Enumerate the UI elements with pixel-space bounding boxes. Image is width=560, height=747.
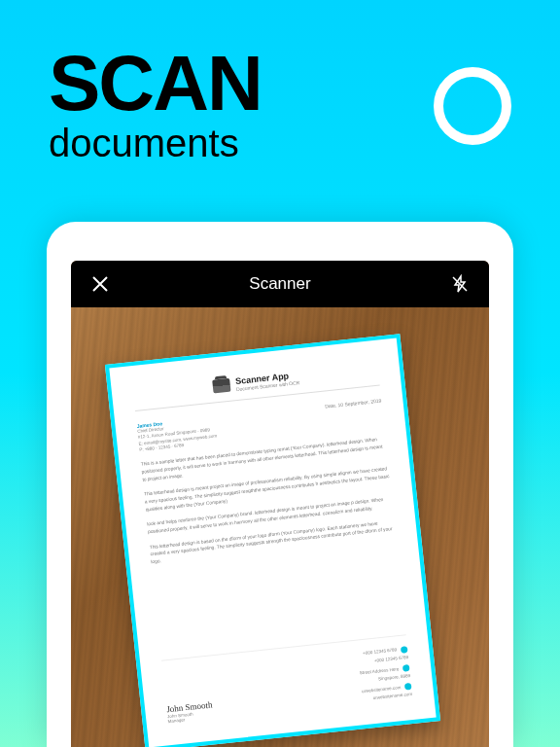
hero-subtitle: documents (49, 124, 262, 162)
doc-date: Date, 10 September, 2019 (325, 398, 384, 434)
doc-body: This is a sample letter that has been pl… (140, 436, 396, 566)
hero-section: SCAN documents (0, 0, 560, 172)
app-bar: Scanner (71, 261, 489, 307)
scanned-document: Scanner App Document Scanner with OCR Ja… (109, 338, 436, 747)
circle-icon (434, 67, 511, 145)
doc-contact: +000 12345 6789 +000 12345 6789 Street A… (358, 646, 413, 704)
close-icon[interactable] (88, 272, 112, 296)
app-bar-title: Scanner (249, 274, 310, 294)
tablet-frame: Scanner Scanner App Document Scanner wit… (47, 222, 513, 747)
scanner-logo-icon (212, 378, 230, 394)
flash-off-icon[interactable] (448, 272, 472, 296)
doc-footer: John Smooth John Smooth Manager +000 123… (161, 635, 412, 725)
hero-text: SCAN documents (49, 49, 262, 162)
scanned-document-frame[interactable]: Scanner App Document Scanner with OCR Ja… (105, 334, 440, 747)
hero-title: SCAN (49, 49, 262, 119)
app-screen: Scanner Scanner App Document Scanner wit… (71, 261, 489, 747)
